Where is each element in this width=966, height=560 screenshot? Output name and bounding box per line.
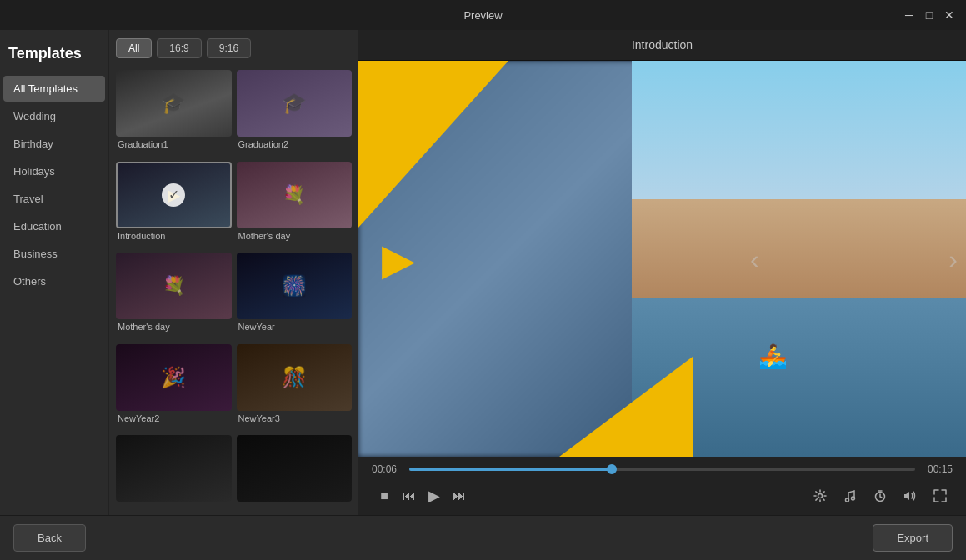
template-thumb-mothers1 xyxy=(237,162,353,228)
fullscreen-icon xyxy=(933,489,947,502)
template-thumb-newyear2 xyxy=(116,344,232,411)
svg-point-0 xyxy=(818,494,823,498)
music-icon xyxy=(843,489,857,502)
sidebar-item-others[interactable]: Others xyxy=(3,268,105,294)
template-card-newyear2[interactable]: NewYear2 xyxy=(116,344,232,431)
filter-bar: All 16:9 9:16 xyxy=(109,30,358,67)
template-card-graduation1[interactable]: Graduation1 xyxy=(116,70,232,157)
sidebar-item-travel[interactable]: Travel xyxy=(3,186,105,212)
template-thumb-newyear3 xyxy=(237,344,353,411)
prev-slide-arrow[interactable]: ‹ xyxy=(750,243,759,274)
template-thumb-graduation2 xyxy=(237,70,353,137)
template-name-newyear3: NewYear3 xyxy=(237,411,353,426)
window-title: Preview xyxy=(463,9,502,22)
export-button[interactable]: Export xyxy=(873,524,953,552)
template-thumb-newyear xyxy=(237,252,353,319)
sidebar-section-title: Templates xyxy=(0,38,108,75)
timer-button[interactable] xyxy=(868,483,893,508)
preview-header: Introduction xyxy=(358,30,966,61)
preview-video: ▶ 🚣 ‹ › xyxy=(358,61,966,457)
template-area: All 16:9 9:16 Graduation1 Graduation2 ✓ … xyxy=(108,30,358,515)
titlebar: Preview ─ □ ✕ xyxy=(0,0,966,30)
template-thumb-graduation1 xyxy=(116,70,232,137)
filter-16-9[interactable]: 16:9 xyxy=(157,38,201,58)
template-thumb-introduction: ✓ xyxy=(116,162,232,228)
stop-button[interactable]: ■ xyxy=(372,483,397,508)
yellow-triangle-br xyxy=(559,357,693,457)
gondola-icon: 🚣 xyxy=(758,342,788,370)
maximize-button[interactable]: □ xyxy=(923,8,936,22)
minimize-button[interactable]: ─ xyxy=(903,8,916,22)
template-name-mothers1: Mother's day xyxy=(237,228,353,243)
template-name-graduation2: Graduation2 xyxy=(237,137,353,152)
sidebar-item-business[interactable]: Business xyxy=(3,241,105,267)
main-content: Templates All Templates Wedding Birthday… xyxy=(0,30,966,515)
control-buttons-row: ■ ⏮ ▶ ⏭ xyxy=(372,483,953,508)
template-card-dark1[interactable] xyxy=(116,435,232,512)
template-card-introduction[interactable]: ✓ Introduction xyxy=(116,162,232,248)
volume-button[interactable] xyxy=(898,483,923,508)
music-button[interactable] xyxy=(838,483,863,508)
progress-thumb xyxy=(607,464,617,474)
prev-button[interactable]: ⏮ xyxy=(397,483,422,508)
window-controls: ─ □ ✕ xyxy=(903,8,956,22)
template-name-introduction: Introduction xyxy=(116,228,232,243)
settings-button[interactable] xyxy=(808,483,833,508)
volume-icon xyxy=(903,489,917,502)
play-button[interactable]: ▶ xyxy=(422,483,447,508)
template-card-dark2[interactable] xyxy=(237,435,353,512)
template-card-newyear[interactable]: NewYear xyxy=(237,252,353,339)
sidebar-item-all-templates[interactable]: All Templates xyxy=(3,76,105,102)
filter-9-16[interactable]: 9:16 xyxy=(207,38,251,58)
progress-bar[interactable] xyxy=(409,468,915,471)
close-button[interactable]: ✕ xyxy=(943,8,956,22)
sidebar-item-education[interactable]: Education xyxy=(3,213,105,239)
template-card-newyear3[interactable]: NewYear3 xyxy=(237,344,353,431)
sidebar: Templates All Templates Wedding Birthday… xyxy=(0,30,108,515)
filter-all[interactable]: All xyxy=(116,38,152,58)
template-name-dark1 xyxy=(116,502,232,507)
next-button[interactable]: ⏭ xyxy=(447,483,472,508)
right-controls xyxy=(808,483,953,508)
fullscreen-button[interactable] xyxy=(928,483,953,508)
time-total: 00:15 xyxy=(923,463,953,475)
template-thumb-dark1 xyxy=(116,435,232,502)
svg-point-2 xyxy=(852,497,855,500)
template-name-mothers2: Mother's day xyxy=(116,319,232,334)
template-name-dark2 xyxy=(237,502,353,507)
sidebar-item-birthday[interactable]: Birthday xyxy=(3,131,105,157)
progress-fill xyxy=(409,468,612,471)
template-card-mothers1[interactable]: Mother's day xyxy=(237,162,353,248)
back-button[interactable]: Back xyxy=(13,524,86,552)
template-grid: Graduation1 Graduation2 ✓ Introduction M… xyxy=(109,67,358,515)
venice-sky xyxy=(632,61,966,219)
yellow-arrow-icon: ▶ xyxy=(382,238,415,281)
sidebar-item-holidays[interactable]: Holidays xyxy=(3,158,105,184)
template-thumb-dark2 xyxy=(237,435,353,502)
bottom-bar: Back Export xyxy=(0,515,966,560)
controls-bar: 00:06 00:15 ■ ⏮ ▶ ⏭ xyxy=(358,457,966,515)
sidebar-item-wedding[interactable]: Wedding xyxy=(3,103,105,129)
selected-check-icon: ✓ xyxy=(162,183,185,207)
template-card-mothers2[interactable]: Mother's day xyxy=(116,252,232,339)
template-name-graduation1: Graduation1 xyxy=(116,137,232,152)
template-name-newyear: NewYear xyxy=(237,319,353,334)
intro-preview: ▶ 🚣 ‹ › xyxy=(358,61,966,457)
clock-icon xyxy=(873,489,887,502)
yellow-triangle-tl xyxy=(358,61,508,228)
timeline: 00:06 00:15 xyxy=(372,463,953,475)
next-slide-arrow[interactable]: › xyxy=(948,243,958,274)
time-current: 00:06 xyxy=(372,463,401,475)
preview-area: Introduction ▶ xyxy=(358,30,966,515)
gear-icon xyxy=(813,489,827,502)
template-card-graduation2[interactable]: Graduation2 xyxy=(237,70,353,157)
svg-point-1 xyxy=(846,498,849,502)
template-thumb-mothers2 xyxy=(116,252,232,319)
template-name-newyear2: NewYear2 xyxy=(116,411,232,426)
